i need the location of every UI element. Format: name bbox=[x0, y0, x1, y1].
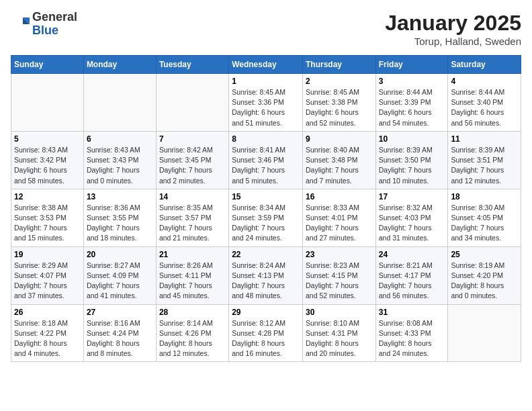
calendar-cell: 21Sunrise: 8:26 AM Sunset: 4:11 PM Dayli… bbox=[156, 246, 228, 304]
calendar-cell: 18Sunrise: 8:30 AM Sunset: 4:05 PM Dayli… bbox=[448, 189, 521, 246]
day-number: 3 bbox=[379, 77, 445, 86]
day-info: Sunrise: 8:36 AM Sunset: 3:55 PM Dayligh… bbox=[87, 203, 153, 244]
day-info: Sunrise: 8:19 AM Sunset: 4:20 PM Dayligh… bbox=[451, 261, 518, 302]
day-number: 27 bbox=[87, 308, 153, 317]
calendar-cell: 13Sunrise: 8:36 AM Sunset: 3:55 PM Dayli… bbox=[83, 189, 156, 246]
day-number: 14 bbox=[159, 192, 226, 201]
day-number: 18 bbox=[451, 192, 518, 201]
calendar-cell: 11Sunrise: 8:39 AM Sunset: 3:51 PM Dayli… bbox=[448, 131, 521, 189]
day-number: 25 bbox=[451, 250, 518, 259]
calendar-cell: 19Sunrise: 8:29 AM Sunset: 4:07 PM Dayli… bbox=[11, 246, 84, 304]
weekday-header-saturday: Saturday bbox=[448, 56, 521, 74]
day-info: Sunrise: 8:27 AM Sunset: 4:09 PM Dayligh… bbox=[87, 261, 153, 302]
day-info: Sunrise: 8:10 AM Sunset: 4:31 PM Dayligh… bbox=[306, 318, 373, 359]
day-number: 5 bbox=[14, 134, 81, 144]
day-number: 10 bbox=[379, 134, 445, 144]
calendar-cell: 10Sunrise: 8:39 AM Sunset: 3:50 PM Dayli… bbox=[375, 131, 448, 189]
day-info: Sunrise: 8:21 AM Sunset: 4:17 PM Dayligh… bbox=[379, 261, 445, 302]
day-info: Sunrise: 8:12 AM Sunset: 4:28 PM Dayligh… bbox=[232, 318, 300, 359]
logo-blue-text: Blue bbox=[32, 24, 77, 38]
day-number: 6 bbox=[87, 134, 153, 144]
day-number: 26 bbox=[14, 308, 81, 317]
day-number: 16 bbox=[306, 192, 373, 201]
calendar-cell: 20Sunrise: 8:27 AM Sunset: 4:09 PM Dayli… bbox=[83, 246, 156, 304]
day-info: Sunrise: 8:34 AM Sunset: 3:59 PM Dayligh… bbox=[232, 203, 300, 244]
day-info: Sunrise: 8:26 AM Sunset: 4:11 PM Dayligh… bbox=[159, 261, 226, 302]
day-number: 15 bbox=[232, 192, 300, 201]
calendar-cell: 26Sunrise: 8:18 AM Sunset: 4:22 PM Dayli… bbox=[11, 304, 84, 362]
calendar-cell: 3Sunrise: 8:44 AM Sunset: 3:39 PM Daylig… bbox=[375, 74, 448, 132]
calendar-cell: 9Sunrise: 8:40 AM Sunset: 3:48 PM Daylig… bbox=[302, 131, 375, 189]
day-number: 22 bbox=[232, 250, 300, 259]
weekday-header-tuesday: Tuesday bbox=[156, 56, 228, 74]
day-number: 29 bbox=[232, 308, 300, 317]
day-info: Sunrise: 8:43 AM Sunset: 3:43 PM Dayligh… bbox=[87, 145, 153, 186]
calendar-week-row: 19Sunrise: 8:29 AM Sunset: 4:07 PM Dayli… bbox=[11, 246, 521, 304]
calendar-cell: 14Sunrise: 8:35 AM Sunset: 3:57 PM Dayli… bbox=[156, 189, 228, 246]
day-number: 24 bbox=[379, 250, 445, 259]
calendar-cell: 30Sunrise: 8:10 AM Sunset: 4:31 PM Dayli… bbox=[302, 304, 375, 362]
calendar-week-row: 12Sunrise: 8:38 AM Sunset: 3:53 PM Dayli… bbox=[11, 189, 521, 246]
day-info: Sunrise: 8:29 AM Sunset: 4:07 PM Dayligh… bbox=[14, 261, 81, 302]
day-number: 19 bbox=[14, 250, 81, 259]
location-text: Torup, Halland, Sweden bbox=[385, 36, 521, 47]
day-number: 12 bbox=[14, 192, 81, 201]
calendar-cell: 24Sunrise: 8:21 AM Sunset: 4:17 PM Dayli… bbox=[375, 246, 448, 304]
day-info: Sunrise: 8:18 AM Sunset: 4:22 PM Dayligh… bbox=[14, 318, 81, 359]
calendar-week-row: 26Sunrise: 8:18 AM Sunset: 4:22 PM Dayli… bbox=[11, 304, 521, 362]
calendar-cell: 8Sunrise: 8:41 AM Sunset: 3:46 PM Daylig… bbox=[229, 131, 303, 189]
calendar-cell bbox=[11, 74, 84, 132]
calendar-cell: 17Sunrise: 8:32 AM Sunset: 4:03 PM Dayli… bbox=[375, 189, 448, 246]
calendar-cell: 4Sunrise: 8:44 AM Sunset: 3:40 PM Daylig… bbox=[448, 74, 521, 132]
day-info: Sunrise: 8:42 AM Sunset: 3:45 PM Dayligh… bbox=[159, 145, 226, 186]
day-number: 4 bbox=[451, 77, 518, 86]
calendar-cell bbox=[156, 74, 228, 132]
day-number: 30 bbox=[306, 308, 373, 317]
weekday-header-friday: Friday bbox=[375, 56, 448, 74]
day-info: Sunrise: 8:14 AM Sunset: 4:26 PM Dayligh… bbox=[159, 318, 226, 359]
logo: General Blue bbox=[11, 11, 77, 38]
calendar-cell bbox=[83, 74, 156, 132]
day-number: 7 bbox=[159, 134, 226, 144]
day-number: 2 bbox=[306, 77, 373, 86]
day-info: Sunrise: 8:39 AM Sunset: 3:51 PM Dayligh… bbox=[451, 145, 518, 186]
calendar-body: 1Sunrise: 8:45 AM Sunset: 3:36 PM Daylig… bbox=[11, 74, 521, 362]
weekday-header-sunday: Sunday bbox=[11, 56, 84, 74]
month-title: January 2025 bbox=[385, 11, 521, 36]
calendar-cell: 5Sunrise: 8:43 AM Sunset: 3:42 PM Daylig… bbox=[11, 131, 84, 189]
calendar-header: SundayMondayTuesdayWednesdayThursdayFrid… bbox=[11, 56, 521, 74]
calendar-cell: 2Sunrise: 8:45 AM Sunset: 3:38 PM Daylig… bbox=[302, 74, 375, 132]
calendar-cell: 7Sunrise: 8:42 AM Sunset: 3:45 PM Daylig… bbox=[156, 131, 228, 189]
day-number: 17 bbox=[379, 192, 445, 201]
day-number: 9 bbox=[306, 134, 373, 144]
calendar-cell: 23Sunrise: 8:23 AM Sunset: 4:15 PM Dayli… bbox=[302, 246, 375, 304]
day-info: Sunrise: 8:23 AM Sunset: 4:15 PM Dayligh… bbox=[306, 261, 373, 302]
calendar-cell: 22Sunrise: 8:24 AM Sunset: 4:13 PM Dayli… bbox=[229, 246, 303, 304]
day-info: Sunrise: 8:33 AM Sunset: 4:01 PM Dayligh… bbox=[306, 203, 373, 244]
day-info: Sunrise: 8:35 AM Sunset: 3:57 PM Dayligh… bbox=[159, 203, 226, 244]
logo-text: General Blue bbox=[32, 11, 77, 38]
day-number: 20 bbox=[87, 250, 153, 259]
title-block: January 2025 Torup, Halland, Sweden bbox=[385, 11, 521, 47]
day-info: Sunrise: 8:40 AM Sunset: 3:48 PM Dayligh… bbox=[306, 145, 373, 186]
weekday-header-thursday: Thursday bbox=[302, 56, 375, 74]
day-info: Sunrise: 8:30 AM Sunset: 4:05 PM Dayligh… bbox=[451, 203, 518, 244]
calendar-cell: 12Sunrise: 8:38 AM Sunset: 3:53 PM Dayli… bbox=[11, 189, 84, 246]
calendar-cell: 25Sunrise: 8:19 AM Sunset: 4:20 PM Dayli… bbox=[448, 246, 521, 304]
calendar-cell: 31Sunrise: 8:08 AM Sunset: 4:33 PM Dayli… bbox=[375, 304, 448, 362]
calendar-cell: 1Sunrise: 8:45 AM Sunset: 3:36 PM Daylig… bbox=[229, 74, 303, 132]
calendar-table: SundayMondayTuesdayWednesdayThursdayFrid… bbox=[11, 55, 521, 362]
day-info: Sunrise: 8:45 AM Sunset: 3:38 PM Dayligh… bbox=[306, 87, 373, 128]
calendar-week-row: 1Sunrise: 8:45 AM Sunset: 3:36 PM Daylig… bbox=[11, 74, 521, 132]
day-number: 11 bbox=[451, 134, 518, 144]
day-number: 31 bbox=[379, 308, 445, 317]
page-header: General Blue January 2025 Torup, Halland… bbox=[11, 11, 521, 47]
day-info: Sunrise: 8:43 AM Sunset: 3:42 PM Dayligh… bbox=[14, 145, 81, 186]
calendar-cell: 16Sunrise: 8:33 AM Sunset: 4:01 PM Dayli… bbox=[302, 189, 375, 246]
day-number: 13 bbox=[87, 192, 153, 201]
day-info: Sunrise: 8:44 AM Sunset: 3:40 PM Dayligh… bbox=[451, 87, 518, 128]
day-number: 21 bbox=[159, 250, 226, 259]
calendar-cell: 28Sunrise: 8:14 AM Sunset: 4:26 PM Dayli… bbox=[156, 304, 228, 362]
day-info: Sunrise: 8:44 AM Sunset: 3:39 PM Dayligh… bbox=[379, 87, 445, 128]
weekday-header-monday: Monday bbox=[83, 56, 156, 74]
